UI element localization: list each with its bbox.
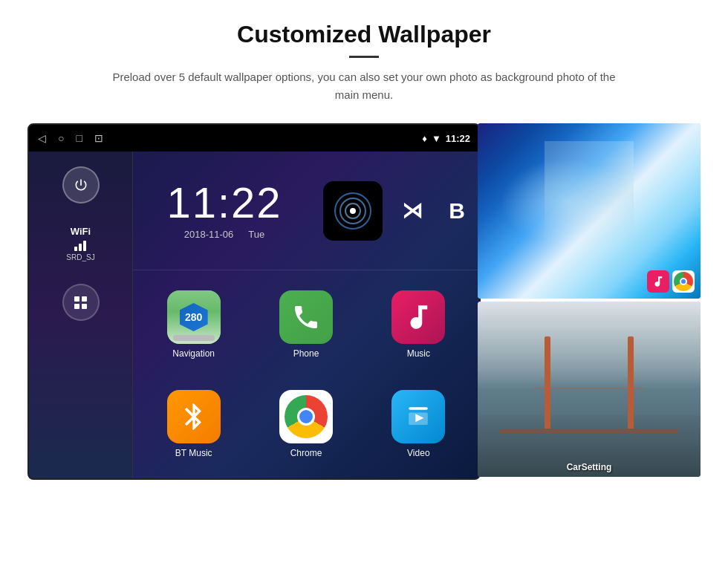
location-icon: ♦ [422,133,427,144]
grid-icon [74,296,87,309]
wallpaper-panel: CarSetting [478,123,701,477]
device-body: WiFi SRD_SJ [29,152,479,478]
music-label: Music [407,348,430,359]
status-bar: ◁ ○ □ ⊡ ♦ ▼ 11:22 [29,125,479,152]
header-divider [349,56,379,58]
wifi-signal-bars [66,239,94,251]
app-item-navigation[interactable]: 280 Navigation [140,278,247,371]
clock-date-value: 2018-11-06 [184,229,234,240]
status-bar-left: ◁ ○ □ ⊡ [38,132,103,144]
navigation-label: Navigation [172,348,215,359]
signal-app-area [316,152,390,270]
app-item-video[interactable]: Video [365,377,472,471]
back-nav-icon: ◁ [38,132,46,144]
video-label: Video [407,448,429,458]
ki-app-area: ⋊ [390,152,435,270]
device-mockup: ◁ ○ □ ⊡ ♦ ▼ 11:22 WiFi [27,123,481,480]
chrome-app-icon [279,390,333,443]
chrome-label: Chrome [290,448,322,458]
signal-icon: ▼ [432,133,441,144]
status-time: 11:22 [446,133,470,144]
apps-grid: 280 Navigation Phone [133,270,479,478]
left-sidebar: WiFi SRD_SJ [29,152,133,478]
wallpaper-bridge-thumb[interactable]: CarSetting [478,302,701,477]
apps-drawer-button[interactable] [62,284,100,321]
clock-area: 11:22 2018-11-06 Tue [133,152,316,270]
wifi-label: WiFi [66,226,94,237]
b-app-area: B [435,152,479,270]
clock-section: 11:22 2018-11-06 Tue [133,152,479,270]
bt-music-app-icon [167,390,221,443]
page-header: Customized Wallpaper Preload over 5 defa… [0,0,728,116]
ki-icon[interactable]: ⋊ [402,198,423,223]
app-item-music[interactable]: Music [365,278,472,371]
screenshot-nav-icon: ⊡ [94,132,103,144]
phone-label: Phone [293,348,319,359]
wifi-ssid: SRD_SJ [66,253,94,261]
status-bar-right: ♦ ▼ 11:22 [422,133,470,144]
b-icon[interactable]: B [449,198,465,224]
page-title: Customized Wallpaper [59,21,669,48]
power-button[interactable] [62,166,100,204]
navigation-app-icon: 280 [167,290,221,344]
clock-day-value: Tue [248,229,264,240]
svg-rect-0 [409,407,428,410]
signal-app-icon[interactable] [323,181,383,241]
signal-rings-visual [334,192,371,230]
wifi-widget: WiFi SRD_SJ [66,226,94,261]
app-item-phone[interactable]: Phone [253,278,359,371]
app-item-bt-music[interactable]: BT Music [140,377,247,471]
clock-date-row: 2018-11-06 Tue [184,229,264,240]
wallpaper-ice-thumb[interactable] [478,123,701,299]
carsetting-label: CarSetting [567,462,612,472]
recents-nav-icon: □ [76,132,82,144]
app-item-chrome[interactable]: Chrome [253,377,359,471]
phone-app-icon [279,290,333,344]
music-app-icon [391,290,445,344]
main-content: 11:22 2018-11-06 Tue [133,152,479,478]
clock-display: 11:22 [166,181,282,224]
video-app-icon [391,390,445,443]
content-area: ◁ ○ □ ⊡ ♦ ▼ 11:22 WiFi [0,123,728,480]
page-description: Preload over 5 default wallpaper options… [111,68,617,104]
bt-music-label: BT Music [175,448,212,458]
home-nav-icon: ○ [58,132,64,144]
